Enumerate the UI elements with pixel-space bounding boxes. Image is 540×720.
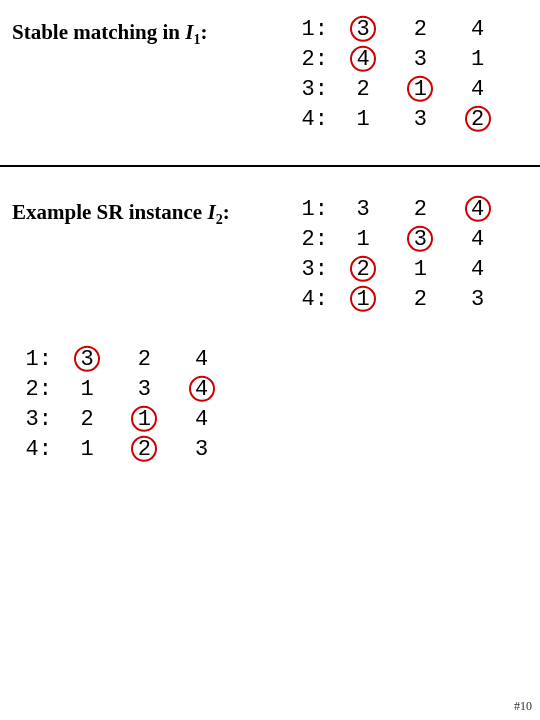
pref-cell: 2 xyxy=(398,195,442,225)
heading2-suffix: : xyxy=(223,200,230,224)
pref-cell: 1 xyxy=(341,285,385,315)
pref-cell: 1 xyxy=(456,45,500,75)
row-label: 1: xyxy=(12,345,52,375)
pref-cell: 3 xyxy=(122,375,166,405)
pref-cell: 1 xyxy=(341,105,385,135)
table-row: 3: 2 1 4 xyxy=(288,255,500,285)
heading2-prefix: Example SR instance xyxy=(12,200,207,224)
pref-cell: 4 xyxy=(456,255,500,285)
heading2-var: I xyxy=(207,200,215,224)
pref-cell: 4 xyxy=(456,15,500,45)
row-label: 3: xyxy=(288,255,328,285)
row-label: 2: xyxy=(288,225,328,255)
pref-cell: 4 xyxy=(456,75,500,105)
pref-cell: 2 xyxy=(341,75,385,105)
table-row: 4: 1 2 3 xyxy=(12,435,224,465)
table-row: 3: 2 1 4 xyxy=(288,75,500,105)
table-row: 4: 1 3 2 xyxy=(288,105,500,135)
pref-cell: 2 xyxy=(398,285,442,315)
divider xyxy=(0,165,540,167)
pref-cell: 2 xyxy=(65,405,109,435)
table-row: 1: 3 2 4 xyxy=(288,195,500,225)
table-row: 1: 3 2 4 xyxy=(12,345,224,375)
row-label: 2: xyxy=(288,45,328,75)
pref-cell: 1 xyxy=(398,255,442,285)
pref-cell: 3 xyxy=(456,285,500,315)
row-label: 1: xyxy=(288,15,328,45)
row-label: 3: xyxy=(12,405,52,435)
pref-cell: 3 xyxy=(341,15,385,45)
pref-cell: 4 xyxy=(180,345,224,375)
pref-cell: 1 xyxy=(65,435,109,465)
pref-cell: 2 xyxy=(122,435,166,465)
pref-cell: 3 xyxy=(65,345,109,375)
pref-cell: 3 xyxy=(398,105,442,135)
table-row: 2: 1 3 4 xyxy=(288,225,500,255)
pref-cell: 3 xyxy=(398,225,442,255)
heading-example-sr: Example SR instance I2: xyxy=(12,200,230,228)
pref-cell: 4 xyxy=(180,405,224,435)
heading1-prefix: Stable matching in xyxy=(12,20,185,44)
pref-cell: 2 xyxy=(341,255,385,285)
table-row: 1: 3 2 4 xyxy=(288,15,500,45)
pref-cell: 1 xyxy=(341,225,385,255)
pref-cell: 4 xyxy=(456,195,500,225)
pref-table-i1: 1: 3 2 4 2: 4 3 1 3: 2 1 4 4: 1 3 2 xyxy=(288,15,500,135)
pref-cell: 3 xyxy=(398,45,442,75)
pref-cell: 4 xyxy=(456,225,500,255)
heading2-sub: 2 xyxy=(216,212,223,227)
row-label: 1: xyxy=(288,195,328,225)
pref-table-i2-a: 1: 3 2 4 2: 1 3 4 3: 2 1 4 4: 1 2 3 xyxy=(288,195,500,315)
row-label: 4: xyxy=(12,435,52,465)
table-row: 4: 1 2 3 xyxy=(288,285,500,315)
pref-cell: 4 xyxy=(341,45,385,75)
pref-cell: 2 xyxy=(456,105,500,135)
row-label: 4: xyxy=(288,285,328,315)
table-row: 2: 4 3 1 xyxy=(288,45,500,75)
pref-table-i2-b: 1: 3 2 4 2: 1 3 4 3: 2 1 4 4: 1 2 3 xyxy=(12,345,224,465)
row-label: 2: xyxy=(12,375,52,405)
row-label: 3: xyxy=(288,75,328,105)
pref-cell: 1 xyxy=(398,75,442,105)
pref-cell: 3 xyxy=(180,435,224,465)
table-row: 2: 1 3 4 xyxy=(12,375,224,405)
pref-cell: 4 xyxy=(180,375,224,405)
table-row: 3: 2 1 4 xyxy=(12,405,224,435)
pref-cell: 1 xyxy=(122,405,166,435)
page-number: #10 xyxy=(514,699,532,714)
heading1-suffix: : xyxy=(200,20,207,44)
row-label: 4: xyxy=(288,105,328,135)
pref-cell: 1 xyxy=(65,375,109,405)
pref-cell: 2 xyxy=(398,15,442,45)
heading-stable-matching: Stable matching in I1: xyxy=(12,20,207,48)
pref-cell: 3 xyxy=(341,195,385,225)
pref-cell: 2 xyxy=(122,345,166,375)
